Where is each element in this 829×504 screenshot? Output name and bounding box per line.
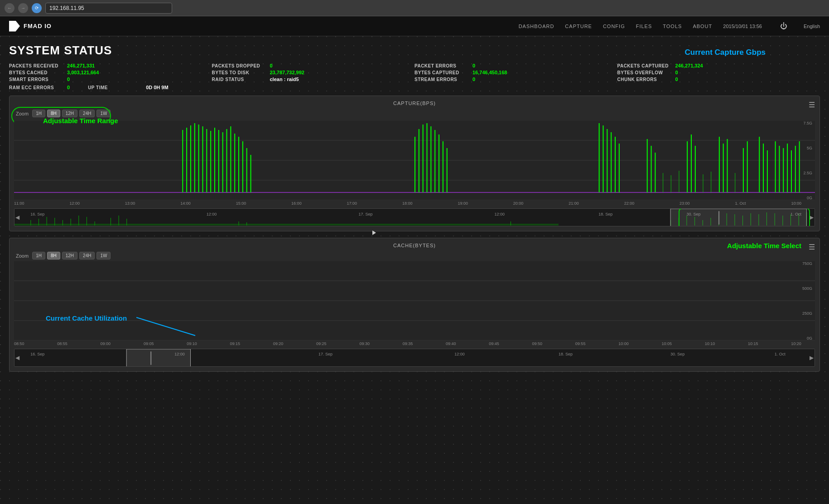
system-status-title: SYSTEM STATUS bbox=[9, 43, 820, 58]
svg-rect-20 bbox=[238, 137, 239, 192]
svg-rect-22 bbox=[246, 148, 247, 192]
capture-overview-bar[interactable]: 16. Sep 12:00 17. Sep 12:00 18. Sep 30. … bbox=[14, 208, 815, 226]
capture-chart-svg bbox=[14, 121, 815, 200]
svg-rect-37 bbox=[615, 137, 616, 192]
nav-config[interactable]: CONFIG bbox=[603, 24, 625, 29]
stat-bytes-captured: BYTES CAPTURED 16,746,450,168 bbox=[414, 70, 617, 75]
overview-nav-left[interactable]: ◀ bbox=[15, 214, 19, 221]
svg-rect-36 bbox=[611, 132, 612, 192]
time-label: 10:20 bbox=[791, 341, 801, 346]
svg-rect-19 bbox=[234, 134, 235, 192]
chart-menu-icon[interactable]: ☰ bbox=[809, 101, 815, 109]
mouse-cursor bbox=[371, 231, 375, 235]
svg-rect-15 bbox=[218, 130, 219, 192]
nav-files[interactable]: FILES bbox=[636, 24, 652, 29]
cache-zoom-24h[interactable]: 24H bbox=[79, 252, 95, 259]
stat-ram-ecc: RAM ECC ERRORS 0 bbox=[9, 85, 70, 90]
stat-bytes-overflow: BYTES OVERFLOW 0 bbox=[617, 70, 820, 75]
zoom-12h[interactable]: 12H bbox=[62, 110, 77, 117]
nav-timestamp: 2015/10/01 13:56 bbox=[723, 24, 762, 29]
zoom-8h[interactable]: 8H bbox=[47, 110, 60, 117]
stat-packets-received: PACKETS RECEIVED 246,271,331 bbox=[9, 63, 212, 68]
cache-time-axis: 08:50 08:55 09:00 09:05 09:10 09:15 09:2… bbox=[14, 341, 815, 347]
svg-rect-108 bbox=[670, 209, 806, 226]
stat-value: 246,271,324 bbox=[675, 63, 703, 68]
cache-zoom-12h[interactable]: 12H bbox=[62, 252, 77, 259]
capture-time-axis: 11:00 12:00 13:00 14:00 15:00 16:00 17:0… bbox=[14, 200, 815, 206]
time-label: 08:55 bbox=[57, 341, 67, 346]
cache-zoom-label: Zoom bbox=[16, 253, 29, 259]
svg-rect-56 bbox=[787, 144, 788, 192]
svg-rect-60 bbox=[663, 173, 663, 192]
svg-rect-12 bbox=[206, 129, 207, 192]
nav-capture[interactable]: CAPTURE bbox=[565, 24, 592, 29]
stat-value: 16,746,450,168 bbox=[472, 70, 507, 75]
stat-value: 0 bbox=[67, 85, 70, 90]
cache-overview-nav-right[interactable]: ▶ bbox=[810, 355, 814, 361]
time-label: 16:00 bbox=[291, 201, 302, 206]
svg-rect-41 bbox=[655, 153, 655, 192]
nav-language[interactable]: English bbox=[804, 24, 820, 29]
zoom-24h[interactable]: 24H bbox=[79, 110, 95, 117]
stat-raid-status: RAID STATUS clean : raid5 bbox=[212, 77, 415, 82]
svg-rect-57 bbox=[791, 150, 792, 192]
svg-rect-38 bbox=[619, 144, 620, 192]
time-label: 20:00 bbox=[513, 201, 524, 206]
svg-text:12:00: 12:00 bbox=[454, 352, 465, 356]
power-icon[interactable]: ⏻ bbox=[780, 22, 787, 30]
svg-rect-28 bbox=[430, 126, 431, 192]
time-label: 11:00 bbox=[14, 201, 24, 206]
svg-rect-82 bbox=[511, 221, 511, 226]
svg-rect-23 bbox=[251, 155, 251, 192]
time-label: 09:30 bbox=[359, 341, 370, 346]
stat-label: UP TIME bbox=[88, 85, 142, 90]
svg-rect-35 bbox=[607, 129, 607, 192]
y-label: 500G bbox=[802, 286, 812, 291]
cache-overview-bar[interactable]: 16. Sep 12:00 17. Sep 12:00 18. Sep 30. … bbox=[14, 349, 815, 367]
stat-label: BYTES OVERFLOW bbox=[617, 70, 672, 75]
cache-zoom-8h[interactable]: 8H bbox=[47, 252, 60, 259]
svg-rect-51 bbox=[763, 144, 764, 192]
time-label: 18:00 bbox=[402, 201, 413, 206]
reload-button[interactable]: ⟳ bbox=[32, 3, 42, 13]
nav-about[interactable]: ABOUT bbox=[693, 24, 712, 29]
stat-label: PACKETS RECEIVED bbox=[9, 63, 63, 68]
stat-value: 0 bbox=[675, 70, 678, 75]
svg-rect-59 bbox=[799, 141, 800, 192]
time-label: 09:50 bbox=[532, 341, 543, 346]
time-label: 08:50 bbox=[14, 341, 24, 346]
svg-rect-26 bbox=[423, 125, 424, 192]
svg-rect-58 bbox=[795, 146, 796, 192]
time-label: 10:00 bbox=[618, 341, 629, 346]
nav-dashboard[interactable]: DASHBOARD bbox=[519, 24, 554, 29]
nav-tools[interactable]: TOOLS bbox=[663, 24, 682, 29]
time-label: 15:00 bbox=[236, 201, 246, 206]
svg-rect-109 bbox=[718, 211, 719, 225]
svg-rect-8 bbox=[190, 125, 191, 192]
zoom-1h[interactable]: 1H bbox=[32, 110, 45, 117]
time-label: 09:55 bbox=[575, 341, 586, 346]
svg-rect-18 bbox=[230, 126, 231, 192]
stat-value: clean : raid5 bbox=[270, 77, 299, 82]
back-button[interactable]: ← bbox=[5, 3, 14, 13]
cache-chart-area: 750G 500G 250G 0G bbox=[14, 261, 815, 341]
svg-rect-27 bbox=[427, 123, 428, 192]
overview-nav-right[interactable]: ▶ bbox=[810, 214, 814, 221]
stat-label: CHUNK ERRORS bbox=[617, 77, 672, 82]
capture-chart-title: CAPTURE(BPS) bbox=[14, 101, 815, 106]
cache-overview-nav-left[interactable]: ◀ bbox=[15, 355, 19, 361]
cache-zoom-1w[interactable]: 1W bbox=[96, 252, 111, 259]
zoom-1w[interactable]: 1W bbox=[96, 110, 111, 117]
cache-zoom-1h[interactable]: 1H bbox=[32, 252, 45, 259]
browser-bar: ← → ⟳ 192.168.11.95 bbox=[0, 0, 829, 16]
forward-button[interactable]: → bbox=[18, 3, 28, 13]
y-label: 7.5G bbox=[803, 121, 812, 125]
url-bar[interactable]: 192.168.11.95 bbox=[45, 3, 172, 14]
svg-rect-65 bbox=[735, 173, 735, 192]
nav-links: DASHBOARD CAPTURE CONFIG FILES TOOLS ABO… bbox=[519, 22, 820, 30]
svg-rect-48 bbox=[743, 148, 744, 192]
svg-rect-50 bbox=[759, 137, 760, 192]
stat-value: 0 bbox=[472, 63, 475, 68]
time-label: 09:35 bbox=[403, 341, 413, 346]
cache-chart-menu-icon[interactable]: ☰ bbox=[809, 243, 815, 251]
